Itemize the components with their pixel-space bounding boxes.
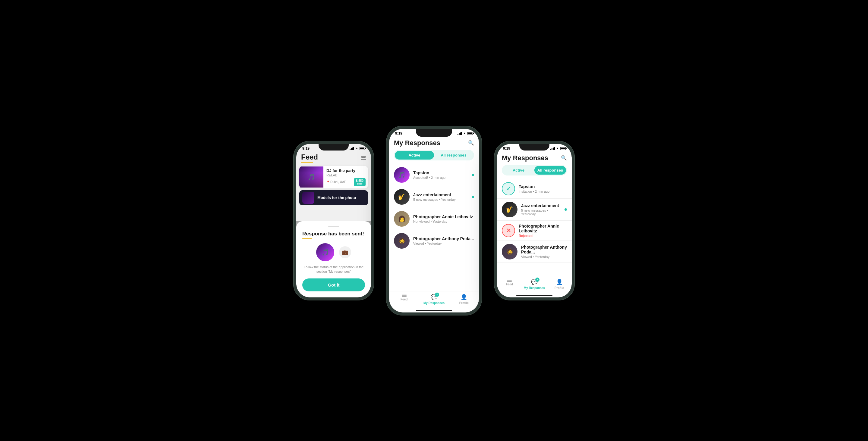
battery-icon-r — [560, 147, 566, 150]
wifi-icon: ▲ — [355, 146, 358, 150]
response-item-2-center[interactable]: 🎷 Jazz entertainment 5 new messages • Ye… — [389, 186, 479, 208]
feed-card-company-1: RELAB — [327, 173, 366, 177]
feed-card-2[interactable]: Models for the photo — [299, 190, 368, 205]
nav-feed-label-right: Feed — [506, 283, 513, 286]
left-phone: 9:19 ▲ Feed — [293, 141, 374, 300]
feed-card-footer-1: 📍 Dubai, UAE $ 550 once — [327, 178, 366, 186]
got-it-button[interactable]: Got it — [302, 278, 365, 292]
signal-icon-r — [550, 147, 555, 150]
response-name-3-right: Photographer Annie Leibovitz — [519, 224, 567, 233]
response-info-3-center: Photographer Annie Leibovitz Not viewed … — [413, 214, 474, 223]
tab-active-center[interactable]: Active — [395, 151, 434, 160]
nav-profile-label-center: Profile — [459, 301, 469, 305]
search-button-center[interactable]: 🔍 — [468, 140, 474, 146]
response-name-2-center: Jazz entertainment — [413, 192, 468, 197]
avatar-tapston-center: 🎵 — [394, 167, 410, 183]
response-list-right: ✓ Tapston Invitation • 2 min ago 🎷 — [497, 179, 572, 276]
avatar-tapston-right: ✓ — [502, 182, 515, 195]
tab-bar-right: Active All responses — [502, 165, 567, 175]
responses-header-right: My Responses 🔍 — [497, 152, 572, 165]
feed-nav-icon-center — [402, 294, 407, 297]
nav-responses-right[interactable]: 💬 1 My Responses — [522, 279, 547, 290]
modal-profile-image: 🎵 — [316, 243, 334, 261]
response-name-4-right: Photographer Anthony Poda... — [521, 245, 567, 255]
response-info-3-right: Photographer Annie Leibovitz Rejected — [519, 224, 567, 238]
time-center: 9:19 — [395, 131, 402, 135]
feed-card-name-2: Models for the photo — [317, 195, 356, 200]
battery-icon — [360, 147, 365, 150]
response-meta-2-right: 5 new messages • Yesterday — [521, 209, 561, 216]
profile-nav-icon-right: 👤 — [556, 279, 563, 285]
tab-all-center[interactable]: All responses — [434, 151, 473, 160]
responses-nav-icon-center: 💬 2 — [431, 294, 437, 300]
nav-responses-center[interactable]: 💬 2 My Responses — [419, 294, 449, 305]
tab-bar-center: Active All responses — [394, 150, 474, 161]
response-item-3-right[interactable]: ✕ Photographer Annie Leibovitz Rejected — [497, 220, 572, 241]
status-icons-right: ▲ — [550, 146, 566, 150]
response-meta-1-right: Invitation • 2 min ago — [519, 190, 567, 193]
feed-card-location-1: 📍 Dubai, UAE — [327, 180, 346, 183]
tab-all-right[interactable]: All responses — [534, 166, 566, 175]
feed-card-1[interactable]: DJ for the party RELAB 📍 Dubai, UAE $ 55… — [299, 166, 368, 189]
feed-card-name-1: DJ for the party — [327, 168, 366, 173]
response-item-2-right[interactable]: 🎷 Jazz entertainment 5 new messages • Ye… — [497, 199, 572, 220]
nav-feed-center[interactable]: Feed — [389, 294, 419, 305]
responses-nav-icon-right: 💬 1 — [531, 279, 538, 285]
tab-active-right[interactable]: Active — [503, 166, 534, 175]
response-item-1-center[interactable]: 🎵 Tapston Accepted! • 2 min ago — [389, 164, 479, 186]
response-name-4-center: Photographer Anthony Poda... — [413, 236, 474, 241]
feed-title-underline — [301, 162, 313, 163]
response-item-3-center[interactable]: 👩 Photographer Annie Leibovitz Not viewe… — [389, 208, 479, 230]
notch-left — [318, 144, 349, 150]
response-name-1-center: Tapston — [413, 170, 468, 175]
status-icons-center: ▲ — [458, 132, 473, 135]
home-indicator-center — [416, 310, 452, 311]
avatar-anthony-right: 🧔 — [502, 244, 518, 260]
feed-card-image-1 — [299, 166, 323, 188]
nav-profile-right[interactable]: 👤 Profile — [547, 279, 572, 290]
modal-description: Follow the status of the application in … — [302, 265, 365, 274]
scene: 9:19 ▲ Feed — [281, 108, 587, 334]
response-info-2-right: Jazz entertainment 5 new messages • Yest… — [521, 203, 561, 216]
bottom-nav-center: Feed 💬 2 My Responses 👤 Profile — [389, 291, 479, 308]
wifi-icon-c: ▲ — [463, 132, 466, 135]
nav-feed-label-center: Feed — [401, 298, 407, 301]
modal-sheet: Response has been sent! 🎵 💼 Follow the s… — [296, 221, 371, 297]
time-right: 9:19 — [503, 146, 510, 150]
responses-title-center: My Responses — [394, 139, 440, 147]
response-info-4-center: Photographer Anthony Poda... Viewed • Ye… — [413, 236, 474, 245]
nav-feed-right[interactable]: Feed — [497, 279, 522, 290]
notch-center — [416, 129, 452, 137]
nav-responses-label-center: My Responses — [424, 301, 444, 305]
response-list-center: 🎵 Tapston Accepted! • 2 min ago 🎷 — [389, 164, 479, 291]
response-meta-4-center: Viewed • Yesterday — [413, 242, 474, 245]
modal-icons-row: 🎵 💼 — [302, 243, 365, 261]
responses-badge-center: 2 — [435, 293, 439, 297]
response-info-1-right: Tapston Invitation • 2 min ago — [519, 184, 567, 193]
response-item-4-right[interactable]: 🧔 Photographer Anthony Poda... Viewed • … — [497, 241, 572, 263]
nav-responses-label-right: My Responses — [524, 286, 545, 290]
dot-indicator-2-right — [564, 208, 567, 211]
response-item-4-center[interactable]: 🧔 Photographer Anthony Poda... Viewed • … — [389, 230, 479, 252]
signal-icon — [350, 147, 354, 150]
location-pin-icon: 📍 — [327, 181, 330, 183]
notch-right — [519, 144, 550, 150]
response-item-1-right[interactable]: ✓ Tapston Invitation • 2 min ago — [497, 179, 572, 199]
responses-header-center: My Responses 🔍 — [389, 137, 479, 150]
avatar-anthony-center: 🧔 — [394, 233, 410, 249]
modal-briefcase-icon: 💼 — [339, 246, 351, 258]
nav-profile-center[interactable]: 👤 Profile — [449, 294, 479, 305]
response-meta-2-center: 5 new messages • Yesterday — [413, 198, 468, 201]
avatar-jazz-right: 🎷 — [502, 202, 518, 217]
response-name-2-right: Jazz entertainment — [521, 203, 561, 208]
response-name-3-center: Photographer Annie Leibovitz — [413, 214, 474, 219]
nav-profile-label-right: Profile — [555, 286, 564, 290]
feed-card-info-1: DJ for the party RELAB 📍 Dubai, UAE $ 55… — [327, 166, 368, 189]
feed-nav-icon-right — [507, 279, 512, 282]
filter-icon[interactable] — [361, 156, 366, 160]
search-button-right[interactable]: 🔍 — [561, 155, 567, 161]
signal-icon-c — [458, 132, 462, 135]
wifi-icon-r: ▲ — [556, 146, 559, 150]
responses-title-right: My Responses — [502, 154, 548, 162]
time-left: 9:19 — [302, 146, 310, 150]
